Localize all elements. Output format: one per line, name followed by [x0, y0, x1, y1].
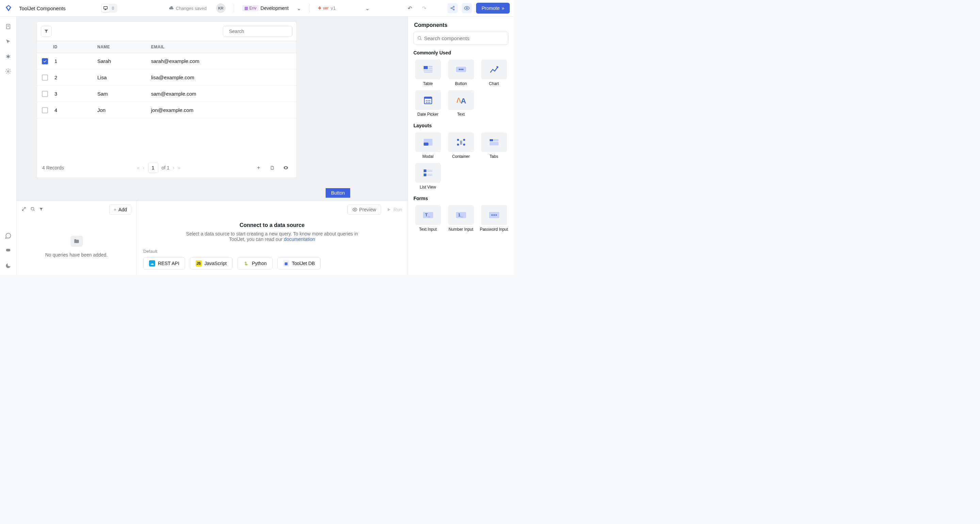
table-row[interactable]: 2Lisalisa@example.com [37, 69, 296, 86]
user-avatar[interactable]: KR [216, 3, 226, 13]
cell-name: Sarah [97, 58, 151, 64]
table-search-input[interactable] [229, 29, 288, 34]
component-date-picker[interactable]: Date Picker [414, 90, 442, 117]
add-row-icon[interactable]: + [253, 162, 264, 173]
cell-id: 2 [53, 75, 97, 80]
left-sidebar [0, 17, 17, 275]
page-prev[interactable]: ‹ [143, 165, 145, 170]
component-icon [415, 132, 441, 152]
datasource-icon: ▦ [283, 260, 289, 266]
row-checkbox[interactable] [42, 107, 48, 113]
columns-toggle-icon[interactable] [281, 162, 291, 173]
redo-button[interactable]: ↷ [419, 3, 429, 13]
datasource-rest-api[interactable]: ☁REST API [143, 257, 185, 269]
section-title: Forms [414, 196, 508, 201]
search-icon [227, 29, 227, 34]
component-label: Chart [489, 81, 499, 86]
documentation-link[interactable]: documentation [284, 236, 315, 242]
component-modal[interactable]: Modal [414, 132, 442, 159]
datasource-python[interactable]: 🐍Python [237, 257, 272, 269]
svg-point-35 [463, 139, 465, 141]
inspect-icon[interactable] [4, 37, 13, 46]
components-search-input[interactable] [424, 35, 504, 41]
svg-rect-44 [424, 169, 426, 172]
preview-button[interactable] [462, 3, 472, 13]
svg-rect-15 [428, 66, 433, 67]
row-checkbox[interactable] [42, 58, 48, 64]
row-checkbox[interactable] [42, 75, 48, 81]
component-chart[interactable]: Chart [479, 59, 508, 86]
component-text-input[interactable]: T_Text Input [414, 205, 442, 232]
svg-point-55 [492, 214, 493, 216]
svg-point-22 [462, 69, 463, 70]
svg-rect-45 [427, 170, 433, 170]
promote-button[interactable]: Promote » [476, 3, 510, 14]
add-query-button[interactable]: +Add [109, 204, 131, 215]
cell-id: 3 [53, 91, 97, 97]
component-icon [481, 205, 507, 225]
env-selector[interactable]: ▦ Env Development ⌄ [242, 5, 301, 11]
query-run-button[interactable]: Run [387, 207, 402, 212]
svg-rect-48 [427, 174, 433, 175]
table-widget[interactable]: ID NAME EMAIL 1Sarahsarah@example.com2Li… [37, 21, 297, 178]
canvas-area[interactable]: ID NAME EMAIL 1Sarahsarah@example.com2Li… [17, 17, 408, 201]
datasource-tooljet-db[interactable]: ▦ToolJet DB [277, 257, 321, 269]
mobile-toggle[interactable] [109, 5, 117, 12]
comments-icon[interactable] [4, 231, 13, 240]
share-button[interactable] [447, 3, 458, 13]
tooljet-logo[interactable] [4, 4, 13, 13]
component-label: Tabs [490, 154, 498, 159]
svg-point-36 [457, 143, 459, 146]
svg-point-29 [427, 102, 428, 103]
component-label: Date Picker [417, 112, 438, 117]
component-label: Button [455, 81, 467, 86]
filter-button[interactable] [41, 26, 52, 37]
settings-icon[interactable] [4, 67, 13, 76]
cell-name: Lisa [97, 75, 151, 80]
svg-rect-18 [424, 72, 433, 72]
page-next[interactable]: › [173, 165, 175, 170]
svg-rect-40 [460, 143, 462, 144]
table-row[interactable]: 4Jonjon@example.com [37, 102, 296, 118]
database-icon[interactable] [4, 246, 13, 255]
canvas-button-widget[interactable]: Button [326, 188, 350, 198]
component-tabs[interactable]: Tabs [479, 132, 508, 159]
datasource-desc: Select a data source to start creating a… [184, 231, 361, 242]
query-filter-icon[interactable] [39, 207, 43, 213]
datasource-javascript[interactable]: JSJavaScript [190, 257, 232, 269]
svg-point-5 [466, 8, 468, 9]
table-row[interactable]: 3Samsam@example.com [37, 86, 296, 102]
page-first[interactable]: « [137, 165, 140, 170]
table-row[interactable]: 1Sarahsarah@example.com [37, 53, 296, 69]
component-icon: A [448, 90, 474, 110]
download-icon[interactable] [267, 162, 277, 173]
svg-point-11 [31, 207, 34, 210]
query-panel: +Add No queries have been added. Preview… [17, 201, 408, 275]
section-title: Commonly Used [414, 50, 508, 56]
theme-icon[interactable] [4, 261, 13, 270]
empty-queries-text: No queries have been added. [45, 252, 108, 258]
pages-icon[interactable] [4, 22, 13, 31]
page-input[interactable] [148, 162, 158, 173]
components-search[interactable] [414, 32, 508, 45]
debug-icon[interactable] [4, 52, 13, 61]
table-search[interactable] [223, 26, 292, 37]
query-preview-button[interactable]: Preview [347, 204, 382, 215]
component-number-input[interactable]: 1_Number Input [447, 205, 476, 232]
svg-rect-43 [490, 142, 498, 145]
chevron-right-icon: » [501, 5, 504, 11]
collapse-panel-icon[interactable] [21, 207, 26, 213]
query-search-icon[interactable] [30, 207, 35, 213]
component-table[interactable]: Table [414, 59, 442, 86]
component-button[interactable]: Button [447, 59, 476, 86]
svg-rect-16 [428, 68, 433, 69]
page-last[interactable]: » [178, 165, 181, 170]
undo-button[interactable]: ↶ [404, 3, 415, 13]
component-password-input[interactable]: Password Input [479, 205, 508, 232]
version-selector[interactable]: ❖ ver v1 ⌄ [318, 5, 369, 11]
component-text[interactable]: AText [447, 90, 476, 117]
component-container[interactable]: Container [447, 132, 476, 159]
desktop-toggle[interactable] [102, 5, 109, 12]
component-list-view[interactable]: List View [414, 163, 442, 190]
row-checkbox[interactable] [42, 91, 48, 97]
